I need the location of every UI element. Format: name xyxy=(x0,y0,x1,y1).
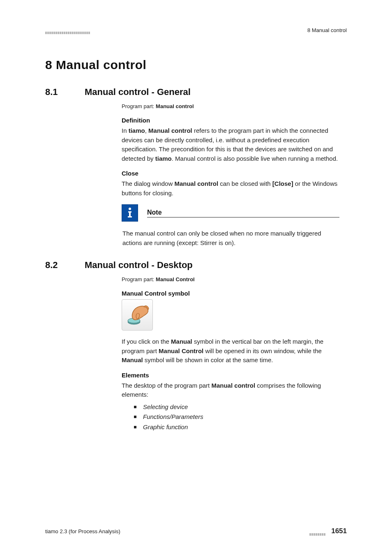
svg-rect-1 xyxy=(47,32,49,34)
svg-rect-34 xyxy=(322,533,323,536)
program-part-label: Program part: xyxy=(122,103,156,109)
text-bold: Manual xyxy=(122,356,143,363)
svg-rect-13 xyxy=(72,32,74,34)
text-fragment: In xyxy=(122,127,129,134)
list-item: Graphic function xyxy=(134,422,339,432)
elements-subhead: Elements xyxy=(122,372,339,379)
list-item: Functions/Parameters xyxy=(134,412,339,422)
svg-rect-4 xyxy=(53,32,55,34)
elements-paragraph: The desktop of the program part Manual c… xyxy=(122,381,339,400)
text-fragment: The desktop of the program part xyxy=(122,382,211,389)
svg-rect-2 xyxy=(49,32,51,34)
svg-rect-30 xyxy=(314,533,315,536)
svg-rect-21 xyxy=(88,32,90,34)
section-title: Manual control - Desktop xyxy=(85,260,193,271)
manual-control-symbol-icon xyxy=(122,299,153,331)
text-bold: tiamo xyxy=(155,155,172,162)
text-fragment: . Manual control is also possible live w… xyxy=(172,155,338,162)
text-fragment: , xyxy=(145,127,148,134)
definition-paragraph: In tiamo, Manual control refers to the p… xyxy=(122,126,339,163)
svg-point-22 xyxy=(129,208,131,210)
text-fragment: If you click on the xyxy=(122,338,171,345)
program-part-label: Program part: xyxy=(122,276,156,282)
section-number: 8.2 xyxy=(45,260,67,271)
text-fragment: symbol will be shown in color at the sam… xyxy=(143,356,273,363)
header-section-label: 8 Manual control xyxy=(307,27,347,33)
note-block: Note The manual control can only be clos… xyxy=(122,204,339,247)
program-part-line: Program part: Manual Control xyxy=(122,276,339,282)
svg-rect-32 xyxy=(318,533,319,536)
section-title: Manual control - General xyxy=(85,87,191,97)
close-paragraph: The dialog window Manual control can be … xyxy=(122,179,339,198)
svg-rect-20 xyxy=(86,32,88,34)
chapter-title: 8 Manual control xyxy=(45,58,347,72)
footer-right: 1651 xyxy=(309,527,347,535)
text-fragment: The dialog window xyxy=(122,180,174,187)
text-bold: Manual control xyxy=(211,382,255,389)
section-8-2-heading: 8.2 Manual control - Desktop xyxy=(45,260,347,271)
svg-rect-28 xyxy=(309,533,311,536)
symbol-subhead: Manual Control symbol xyxy=(122,290,339,297)
info-icon xyxy=(122,204,138,222)
elements-list: Selecting device Functions/Parameters Gr… xyxy=(134,402,339,432)
text-bold: [Close] xyxy=(272,180,293,187)
list-item: Selecting device xyxy=(134,402,339,412)
svg-rect-35 xyxy=(324,533,325,536)
section-8-1-heading: 8.1 Manual control - General xyxy=(45,87,347,97)
program-part-line: Program part: Manual control xyxy=(122,103,339,109)
svg-rect-6 xyxy=(58,32,59,34)
svg-rect-11 xyxy=(68,32,69,34)
footer-dash-decoration xyxy=(309,531,330,533)
svg-rect-9 xyxy=(64,32,65,34)
svg-rect-0 xyxy=(45,32,47,34)
close-subhead: Close xyxy=(122,170,339,177)
text-fragment: will be opened in its own window, while … xyxy=(203,347,322,354)
definition-subhead: Definition xyxy=(122,117,339,124)
svg-rect-25 xyxy=(128,216,132,217)
svg-rect-33 xyxy=(320,533,321,536)
text-fragment: can be closed with xyxy=(218,180,272,187)
page-number: 1651 xyxy=(331,527,347,535)
svg-rect-19 xyxy=(84,32,86,34)
svg-rect-16 xyxy=(78,32,80,34)
svg-rect-7 xyxy=(60,32,61,34)
text-bold: Manual xyxy=(171,338,192,345)
svg-rect-18 xyxy=(82,32,84,34)
svg-rect-15 xyxy=(76,32,78,34)
note-body: The manual control can only be closed wh… xyxy=(122,229,339,247)
svg-rect-10 xyxy=(66,32,67,34)
program-part-value: Manual Control xyxy=(156,276,195,282)
header-dash-decoration xyxy=(45,29,95,32)
svg-rect-8 xyxy=(62,32,63,34)
svg-rect-31 xyxy=(316,533,317,536)
text-bold: tiamo xyxy=(129,127,145,134)
text-bold: Manual control xyxy=(174,180,218,187)
svg-rect-29 xyxy=(311,533,313,536)
svg-rect-12 xyxy=(70,32,71,34)
svg-rect-14 xyxy=(74,32,76,34)
program-part-value: Manual control xyxy=(156,103,194,109)
text-bold: Manual control xyxy=(148,127,192,134)
section-number: 8.1 xyxy=(45,87,67,97)
note-title: Note xyxy=(147,209,162,216)
svg-rect-3 xyxy=(51,32,53,34)
svg-rect-24 xyxy=(129,211,131,217)
footer-left: tiamo 2.3 (for Process Analysis) xyxy=(45,528,120,534)
svg-rect-5 xyxy=(55,32,57,34)
svg-rect-17 xyxy=(80,32,82,34)
page-footer: tiamo 2.3 (for Process Analysis) 1651 xyxy=(45,527,347,535)
text-bold: Manual Control xyxy=(159,347,203,354)
symbol-paragraph: If you click on the Manual symbol in the… xyxy=(122,337,339,365)
page-header: 8 Manual control xyxy=(45,27,347,33)
